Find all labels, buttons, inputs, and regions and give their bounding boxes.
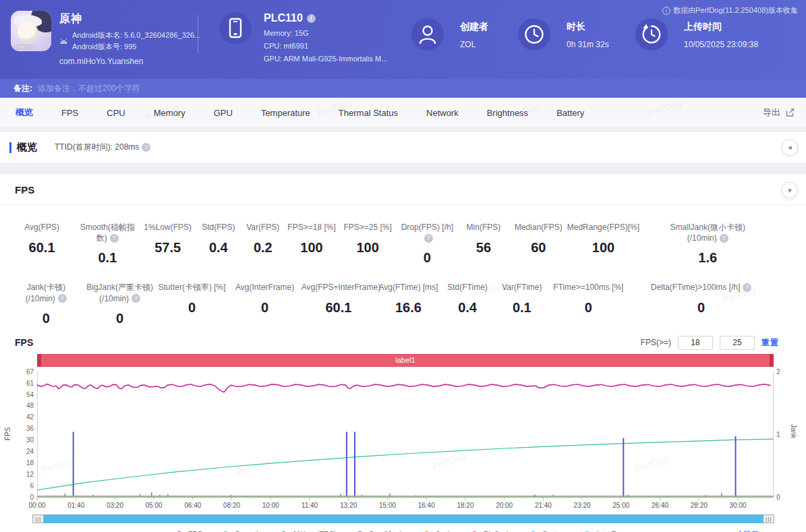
help-icon[interactable]: ? [110, 234, 119, 243]
stat-cell: Median(FPS)60 [510, 222, 567, 266]
tab-bar: 概览FPSCPUMemoryGPUTemperatureThermal Stat… [0, 98, 806, 128]
stats-row-2: Jank(卡顿) (/10min)?0BigJank(严重卡顿) (/10min… [0, 282, 806, 326]
collapse-fps-button[interactable]: ▾ [782, 182, 798, 198]
export-icon [784, 107, 795, 118]
section-accent-bar [9, 142, 11, 153]
notes-placeholder: 添加备注，不超过200个字符 [38, 83, 140, 94]
y-axis-tick: 48 [12, 402, 34, 410]
tab-Temperature[interactable]: Temperature [247, 108, 324, 118]
app-icon: miHoYo [11, 11, 51, 51]
chart-legend: FPSSmooth1%Low(FPS)SmallJankJankBigJankS… [0, 527, 806, 532]
stat-cell: Smooth(稳帧指数)?0.1 [76, 222, 139, 266]
notes-bar[interactable]: 备注: 添加备注，不超过200个字符 [0, 79, 806, 98]
x-axis-tick: 23:20 [569, 502, 596, 509]
app-block: miHoYo 原神 Android版本名: 5.6.0_32604286_326… [11, 11, 200, 66]
reset-link[interactable]: 重置 [761, 337, 779, 349]
device-memory: Memory: 15G [264, 29, 387, 37]
stat-value: 0.4 [196, 240, 241, 256]
y-axis-tick: 6 [12, 482, 34, 490]
y-axis-title-jank: Jank [790, 424, 797, 438]
ttid-value: TTID(首屏时间): 208ms [55, 142, 139, 153]
device-cpu: CPU: mt6991 [264, 42, 387, 50]
clock-icon [518, 18, 550, 51]
stat-label: Avg(InterFrame) [235, 283, 294, 292]
fps-threshold-input-1[interactable] [678, 336, 713, 350]
stat-value: 60.1 [301, 300, 376, 316]
fps-threshold-input-2[interactable] [720, 336, 755, 350]
stat-value: 0.1 [494, 300, 550, 316]
duration-block: 时长 0h 31m 32s [518, 18, 609, 51]
scrollbar-handle-left[interactable] [32, 514, 44, 523]
tab-Battery[interactable]: Battery [542, 108, 598, 118]
stat-label: BigJank(严重卡顿) (/10min) [86, 283, 153, 303]
stat-cell: MedRange(FPS)[%]100 [567, 222, 639, 266]
info-icon: i [662, 7, 670, 15]
fps-threshold-controls: FPS(>=) 重置 [641, 336, 779, 350]
help-icon[interactable]: ? [743, 283, 751, 292]
scrollbar-handle-right[interactable] [763, 514, 774, 523]
stat-label: Std(FTime) [447, 283, 488, 292]
help-icon[interactable]: ? [132, 294, 140, 303]
tab-Brightness[interactable]: Brightness [473, 108, 542, 118]
region-label: label1 [395, 356, 415, 364]
x-axis-tick: 25:00 [608, 502, 635, 509]
help-icon[interactable]: ? [720, 234, 728, 243]
tab-Memory[interactable]: Memory [140, 108, 200, 118]
stat-cell: Jank(卡顿) (/10min)?0 [8, 282, 84, 326]
fps-chart-header: FPS FPS(>=) 重置 [0, 326, 806, 354]
header-divider [198, 15, 198, 54]
help-icon[interactable]: ? [58, 294, 67, 303]
tab-CPU[interactable]: CPU [92, 108, 139, 118]
stat-label: Avg(FTime) [ms] [378, 283, 438, 292]
creator-value: ZOL [460, 40, 488, 49]
export-label: 导出 [763, 107, 780, 119]
x-axis-tick: 03:20 [101, 502, 128, 509]
device-info-icon[interactable]: i [307, 14, 316, 23]
duration-title: 时长 [567, 18, 609, 33]
hide-all-link[interactable]: 全隐藏 [737, 529, 759, 532]
history-clock-icon [635, 18, 668, 51]
x-axis-tick: 13:20 [335, 502, 362, 509]
stat-value: 16.6 [376, 300, 441, 316]
overview-section: 概览 TTID(首屏时间): 208ms ? ◂ [0, 132, 806, 162]
tab-GPU[interactable]: GPU [200, 108, 247, 118]
y-axis-tick: 36 [12, 425, 34, 433]
phone-icon [219, 12, 252, 45]
upload-time-title: 上传时间 [684, 18, 758, 33]
stat-label: Smooth(稳帧指数) [80, 223, 135, 243]
tab-概览[interactable]: 概览 [1, 107, 47, 119]
help-icon[interactable]: ? [424, 234, 433, 243]
chart-scrollbar[interactable] [32, 514, 774, 523]
x-axis-tick: 15:00 [374, 502, 401, 509]
tab-FPS[interactable]: FPS [47, 108, 92, 118]
stat-label: Avg(FPS+InterFrame) [301, 283, 380, 292]
tab-Network[interactable]: Network [412, 108, 473, 118]
fps-chart-plot[interactable] [37, 372, 774, 498]
fps-section-header: FPS ▾ [0, 174, 806, 206]
stat-label: FPS>=25 [%] [343, 223, 391, 232]
fps-threshold-label: FPS(>=) [641, 338, 671, 347]
stat-cell: FTime>=100ms [%]0 [550, 282, 627, 326]
app-name: 原神 [59, 12, 200, 26]
duration-value: 0h 31m 32s [567, 40, 609, 49]
creator-block: 创建者 ZOL [411, 18, 488, 51]
stat-cell: 1%Low(FPS)57.5 [140, 222, 196, 266]
app-version-code: Android版本号: 995 [72, 41, 200, 53]
help-icon[interactable]: ? [142, 143, 150, 152]
stat-label: Min(FPS) [467, 223, 501, 232]
android-icon [59, 37, 68, 45]
region-label-banner[interactable]: label1 [37, 354, 774, 367]
stat-label: Std(FPS) [202, 223, 235, 232]
device-name: PLC110 [264, 12, 303, 24]
stat-label: Var(FTime) [502, 283, 542, 292]
stat-value: 60 [510, 240, 567, 256]
export-button[interactable]: 导出 [763, 107, 795, 119]
stat-value: 0 [155, 300, 228, 316]
stat-value: 100 [285, 240, 339, 256]
tab-Thermal Status[interactable]: Thermal Status [324, 108, 412, 118]
collapse-overview-button[interactable]: ◂ [782, 140, 798, 156]
stat-label: Avg(FPS) [24, 223, 59, 232]
stat-value: 0.4 [441, 300, 494, 316]
upload-time-block: 上传时间 10/05/2025 23:09:38 [635, 18, 758, 51]
fps-chart-area[interactable]: FPS Jank 061218243036424854616701200:000… [0, 368, 806, 512]
